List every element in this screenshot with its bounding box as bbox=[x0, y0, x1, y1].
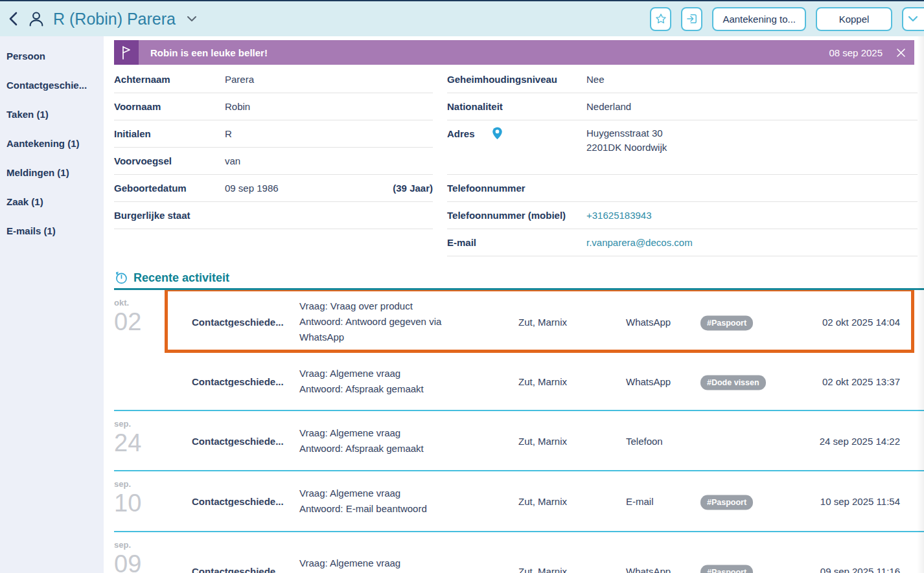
sidebar-item-1[interactable]: Persoon bbox=[0, 41, 104, 71]
activity-person: Zut, Marnix bbox=[518, 435, 567, 446]
activity-person: Zut, Marnix bbox=[518, 566, 567, 573]
field-row: Voorvoegsel van bbox=[114, 148, 433, 175]
activity-type: Contactgeschiede... bbox=[192, 496, 295, 507]
activity-day: 10 bbox=[114, 489, 166, 517]
field-row: Telefoonnummer (mobiel) +31625183943 bbox=[447, 202, 918, 229]
activity-channel: Telefoon bbox=[626, 435, 663, 446]
field-row: Voornaam Robin bbox=[114, 93, 433, 120]
more-actions-button[interactable] bbox=[902, 7, 924, 31]
location-pin-icon[interactable] bbox=[492, 126, 503, 140]
activity-row[interactable]: okt. 02 Contactgeschiede... Vraag: Vraag… bbox=[114, 290, 924, 353]
page-title: R (Robin) Parera bbox=[53, 10, 176, 28]
field-label: E-mail bbox=[447, 237, 476, 248]
activity-month: okt. bbox=[114, 298, 166, 308]
activity-timestamp: 24 sep 2025 14:22 bbox=[820, 435, 900, 446]
activity-timestamp: 09 sep 2025 11:16 bbox=[820, 566, 900, 573]
activity-type: Contactgeschiede... bbox=[192, 316, 295, 327]
field-row: Burgerlijke staat bbox=[114, 202, 433, 229]
field-label: Adres bbox=[447, 128, 475, 139]
person-details-right-column: Geheimhoudingsniveau Nee Nationaliteit N… bbox=[447, 66, 918, 256]
activity-month: sep. bbox=[114, 419, 166, 429]
recent-activity-header: Recente activiteit bbox=[114, 271, 229, 285]
back-chevron-icon[interactable] bbox=[6, 10, 21, 27]
field-value[interactable]: +31625183943 bbox=[586, 208, 652, 223]
recent-activity-title: Recente activiteit bbox=[133, 271, 229, 285]
sidebar-item-3[interactable]: Taken (1) bbox=[0, 100, 104, 129]
banner-date: 08 sep 2025 bbox=[829, 47, 883, 58]
activity-tag-badge: #Paspoort bbox=[700, 495, 753, 510]
top-header-bar: R (Robin) Parera Aantekening to... Koppe… bbox=[0, 0, 924, 36]
field-label: Achternaam bbox=[114, 74, 170, 85]
title-chevron-down-icon[interactable] bbox=[186, 15, 198, 23]
field-value: Robin bbox=[225, 100, 250, 114]
activity-row[interactable]: Contactgeschiede... Vraag: Algemene vraa… bbox=[114, 353, 924, 410]
person-icon bbox=[27, 10, 45, 28]
activity-tag-badge: #Dode vissen bbox=[700, 376, 766, 390]
activity-row[interactable]: sep. 09 Contactgeschiede... Vraag: Algem… bbox=[114, 532, 924, 573]
field-label: Initialen bbox=[114, 128, 151, 139]
field-row: E-mail r.vanparera@decos.com bbox=[447, 229, 918, 256]
activity-tag-badge: #Paspoort bbox=[700, 315, 753, 330]
activity-channel: WhatsApp bbox=[626, 376, 671, 387]
activity-month: sep. bbox=[114, 540, 166, 550]
field-label: Geheimhoudingsniveau bbox=[447, 74, 557, 85]
main-content: Robin is een leuke beller! 08 sep 2025 A… bbox=[104, 36, 924, 573]
field-value: 09 sep 1986 bbox=[225, 181, 279, 196]
flag-icon bbox=[114, 40, 139, 65]
field-label: Telefoonnummer bbox=[447, 183, 526, 194]
activity-person: Zut, Marnix bbox=[518, 316, 567, 327]
activity-row[interactable]: sep. 10 Contactgeschiede... Vraag: Algem… bbox=[114, 471, 924, 531]
field-value: van bbox=[225, 154, 240, 168]
activity-rows-list: okt. 02 Contactgeschiede... Vraag: Vraag… bbox=[114, 290, 924, 573]
activity-type: Contactgeschiede... bbox=[192, 435, 295, 446]
field-value: Parera bbox=[225, 73, 254, 87]
activity-description: Vraag: Vraag over product Antwoord: Antw… bbox=[299, 298, 476, 345]
activity-description: Vraag: Algemene vraag Antwoord: Afspraak… bbox=[299, 366, 476, 397]
activity-timestamp: 02 okt 2025 13:37 bbox=[822, 376, 900, 387]
field-label: Burgerlijke staat bbox=[114, 210, 191, 221]
favorite-button[interactable] bbox=[650, 7, 671, 31]
activity-description: Vraag: Algemene vraag Antwoord: E-mail b… bbox=[299, 486, 476, 517]
sidebar-item-2[interactable]: Contactgeschie... bbox=[0, 71, 104, 100]
field-row: Telefoonnummer bbox=[447, 175, 918, 202]
activity-day: 02 bbox=[114, 308, 166, 336]
field-value: R bbox=[225, 127, 232, 141]
field-value: Nee bbox=[586, 73, 605, 87]
open-record-button[interactable] bbox=[681, 7, 702, 31]
activity-row[interactable]: sep. 24 Contactgeschiede... Vraag: Algem… bbox=[114, 411, 924, 470]
field-row: Geboortedatum 09 sep 1986 (39 Jaar) bbox=[114, 175, 433, 202]
koppel-button[interactable]: Koppel bbox=[816, 7, 892, 31]
activity-person: Zut, Marnix bbox=[518, 496, 567, 507]
sidebar-item-4[interactable]: Aantekening (1) bbox=[0, 129, 104, 158]
activity-day: 09 bbox=[114, 550, 166, 573]
field-row: Nationaliteit Nederland bbox=[447, 93, 918, 120]
activity-channel: WhatsApp bbox=[626, 316, 671, 327]
chevron-down-icon bbox=[907, 15, 919, 23]
activity-type: Contactgeschiede... bbox=[192, 376, 295, 387]
sidebar-item-5[interactable]: Meldingen (1) bbox=[0, 158, 104, 187]
field-label: Geboortedatum bbox=[114, 183, 187, 194]
field-value[interactable]: r.vanparera@decos.com bbox=[586, 236, 693, 250]
sidebar-item-7[interactable]: E-mails (1) bbox=[0, 216, 104, 245]
activity-tag-badge: #Paspoort bbox=[700, 565, 753, 573]
activity-month: sep. bbox=[114, 479, 166, 489]
person-details-left-column: Achternaam Parera Voornaam Robin Initial… bbox=[114, 66, 433, 229]
activity-timestamp: 10 sep 2025 11:54 bbox=[820, 496, 900, 507]
field-extra-value: (39 Jaar) bbox=[393, 183, 433, 194]
field-value: Nederland bbox=[586, 100, 631, 114]
activity-type: Contactgeschiede... bbox=[192, 566, 295, 573]
activity-channel: E-mail bbox=[626, 496, 654, 507]
field-row: Achternaam Parera bbox=[114, 66, 433, 93]
activity-person: Zut, Marnix bbox=[518, 376, 567, 387]
arrow-into-box-icon bbox=[686, 12, 699, 25]
banner-close-icon[interactable] bbox=[895, 47, 907, 58]
field-label: Nationaliteit bbox=[447, 101, 503, 112]
banner-message: Robin is een leuke beller! bbox=[150, 47, 268, 58]
sidebar-item-6[interactable]: Zaak (1) bbox=[0, 187, 104, 216]
aantekening-toevoegen-button[interactable]: Aantekening to... bbox=[712, 7, 806, 31]
activity-channel: WhatsApp bbox=[626, 566, 671, 573]
field-row: Adres Huygensstraat 30 2201DK Noordwijk bbox=[447, 120, 918, 175]
activity-description: Vraag: Algemene vraag Antwoord: Afspraak… bbox=[299, 425, 476, 456]
activity-timestamp: 02 okt 2025 14:04 bbox=[822, 316, 900, 327]
field-label: Voorvoegsel bbox=[114, 155, 172, 166]
